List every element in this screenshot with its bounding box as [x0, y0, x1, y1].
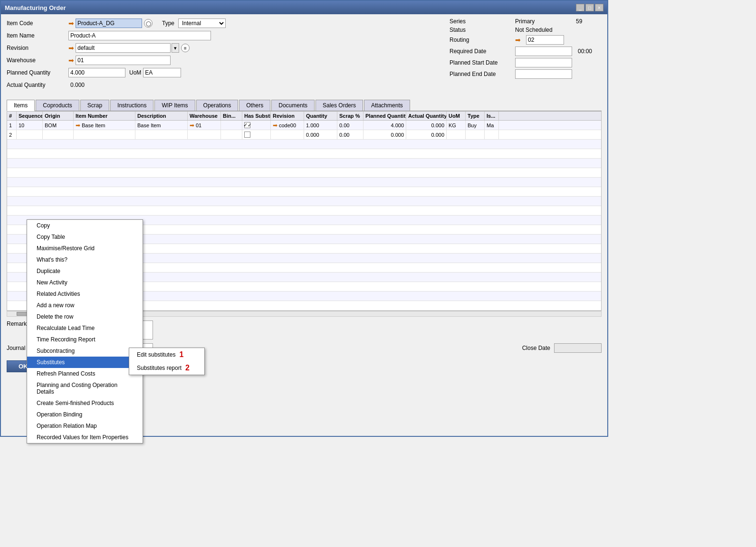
close-date-section: Close Date: [522, 343, 602, 353]
required-date-input[interactable]: [515, 47, 572, 56]
tab-coproducts[interactable]: Coproducts: [36, 100, 79, 111]
cell-row1-revision: ➡ code00: [271, 121, 304, 130]
menu-item-related-activities[interactable]: Related Activities: [27, 288, 143, 300]
status-label: Status: [450, 27, 511, 33]
menu-item-recalculate[interactable]: Recalculate Lead Time: [27, 322, 143, 334]
tab-documents[interactable]: Documents: [271, 100, 315, 111]
col-header-type: Type: [466, 112, 485, 120]
routing-arrow-icon: ➡: [515, 36, 521, 44]
cell-row2-revision: [271, 130, 304, 139]
planned-end-input[interactable]: [515, 69, 572, 79]
tab-others[interactable]: Others: [239, 100, 270, 111]
item-arrow-icon: ➡: [76, 122, 80, 129]
menu-item-time-recording[interactable]: Time Recording Report: [27, 334, 143, 345]
cell-row1-planned: 4.000: [364, 121, 406, 130]
menu-item-new-activity[interactable]: New Activity: [27, 277, 143, 288]
menu-item-refresh-costs[interactable]: Refresh Planned Costs: [27, 368, 143, 379]
item-code-arrow-icon: ➡: [68, 19, 74, 27]
cell-row2-quantity: 0.000: [304, 130, 337, 139]
warehouse-input[interactable]: [76, 56, 171, 65]
table-row[interactable]: [7, 178, 601, 187]
cell-row1-actual: 0.000: [406, 121, 447, 130]
submenu-item-edit-substitutes[interactable]: Edit substitutes 1: [129, 348, 204, 361]
planned-qty-input[interactable]: [68, 68, 125, 77]
tab-items[interactable]: Items: [7, 100, 35, 111]
tab-instructions[interactable]: Instructions: [110, 100, 153, 111]
warehouse-arrow-icon: ➡: [190, 122, 194, 129]
close-date-label: Close Date: [522, 345, 550, 351]
warehouse-arrow-icon: ➡: [68, 57, 74, 64]
cell-row2-is: [485, 130, 499, 139]
cell-row2-bin: [221, 130, 242, 139]
cell-row2-type: [466, 130, 485, 139]
maximize-button[interactable]: □: [585, 4, 594, 11]
table-row[interactable]: [7, 187, 601, 197]
menu-item-add-row[interactable]: Add a new row: [27, 300, 143, 311]
col-header-revision: Revision: [271, 112, 304, 120]
menu-item-duplicate[interactable]: Duplicate: [27, 265, 143, 277]
actual-qty-value: 0.000: [70, 82, 85, 88]
routing-input[interactable]: [526, 35, 564, 45]
cell-row2-hassub: [242, 130, 271, 139]
item-code-input[interactable]: [76, 19, 142, 28]
table-row[interactable]: [7, 168, 601, 178]
table-row[interactable]: [7, 149, 601, 159]
tabs: Items Coproducts Scrap Instructions WIP …: [7, 100, 602, 111]
cell-row1-quantity: 1.000: [304, 121, 337, 130]
minimize-button[interactable]: _: [576, 4, 584, 11]
col-header-bin: Bin...: [221, 112, 242, 120]
table-row[interactable]: [7, 206, 601, 216]
menu-item-subcontracting[interactable]: Subcontracting ▶: [27, 345, 143, 357]
table-row[interactable]: [7, 197, 601, 206]
submenu-item-substitutes-report[interactable]: Substitutes report 2: [129, 361, 204, 375]
table-row[interactable]: 2 0.000 0.00 0.000 0.000: [7, 130, 601, 140]
item-name-input[interactable]: [68, 31, 211, 40]
menu-item-maximise[interactable]: Maximise/Restore Grid: [27, 243, 143, 254]
cell-row1-desc: Base Item: [135, 121, 188, 130]
col-header-actual: Actual Quantity: [406, 112, 447, 120]
tabs-area: Items Coproducts Scrap Instructions WIP …: [1, 100, 607, 111]
table-row[interactable]: [7, 159, 601, 168]
close-button[interactable]: ×: [595, 4, 603, 11]
hassub-checkbox[interactable]: ✓: [244, 122, 250, 128]
tab-attachments[interactable]: Attachments: [364, 100, 410, 111]
menu-item-recorded-values[interactable]: Recorded Values for Item Properties: [27, 432, 143, 437]
warehouse-label: Warehouse: [7, 57, 68, 64]
hassub-checkbox-2[interactable]: [244, 132, 250, 138]
col-header-planned: Planned Quantity: [364, 112, 406, 120]
table-row[interactable]: 1 10 BOM ➡ Base Item Base Item ➡ 01 ✓ ➡ …: [7, 121, 601, 130]
series-value: Primary: [515, 18, 572, 25]
status-value: Not Scheduled: [515, 27, 572, 33]
menu-item-delete-row[interactable]: Delete the row: [27, 311, 143, 322]
menu-item-copy-table[interactable]: Copy Table: [27, 231, 143, 243]
uom-input[interactable]: [143, 68, 181, 77]
revision-info-icon[interactable]: ≡: [181, 44, 190, 52]
close-date-input[interactable]: [554, 343, 602, 353]
menu-item-whats-this[interactable]: What's this?: [27, 254, 143, 265]
tab-scrap[interactable]: Scrap: [80, 100, 109, 111]
col-header-origin: Origin: [43, 112, 74, 120]
menu-item-create-semi[interactable]: Create Semi-finished Products: [27, 397, 143, 409]
item-code-clear-icon[interactable]: ◯: [144, 19, 153, 28]
menu-item-substitutes[interactable]: Substitutes ▶: [27, 357, 143, 368]
col-header-uom: UoM: [447, 112, 466, 120]
tab-wip-items[interactable]: WIP Items: [154, 100, 195, 111]
planned-start-input[interactable]: [515, 58, 572, 67]
menu-item-copy[interactable]: Copy: [27, 220, 143, 231]
col-header-itemnum: Item Number: [74, 112, 135, 120]
revision-input[interactable]: [76, 43, 171, 53]
menu-item-op-binding[interactable]: Operation Binding: [27, 409, 143, 420]
required-date-label: Required Date: [450, 48, 511, 55]
type-select[interactable]: Internal: [178, 19, 226, 28]
table-row[interactable]: [7, 140, 601, 149]
planned-end-label: Planned End Date: [450, 71, 511, 77]
cell-row2-num: 2: [7, 130, 17, 139]
item-name-label: Item Name: [7, 32, 68, 39]
menu-item-planning-costing[interactable]: Planning and Costing Operation Details: [27, 379, 143, 397]
revision-label: Revision: [7, 45, 68, 51]
tab-operations[interactable]: Operations: [196, 100, 239, 111]
revision-dropdown-button[interactable]: ▾: [172, 43, 179, 53]
cell-row2-warehouse: [188, 130, 221, 139]
tab-sales-orders[interactable]: Sales Orders: [316, 100, 363, 111]
menu-item-op-relation[interactable]: Operation Relation Map: [27, 420, 143, 432]
